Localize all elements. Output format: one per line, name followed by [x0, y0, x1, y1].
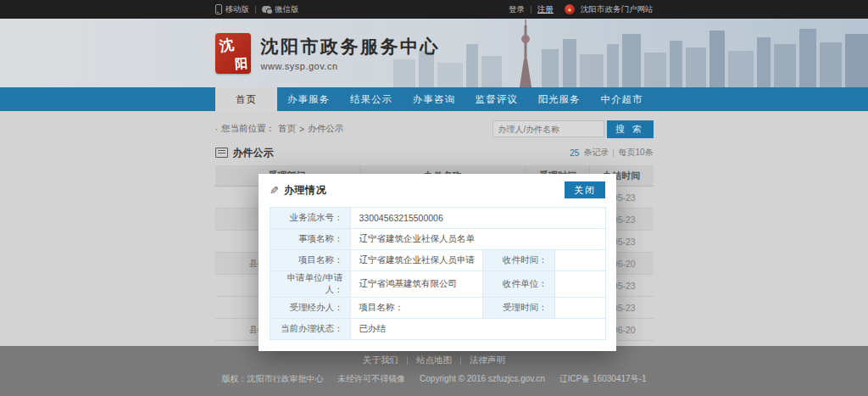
- detail-row-applicant: 申请单位/申请人： 辽宁省鸿基建筑有限公司 收件单位：: [270, 271, 605, 298]
- breadcrumb-bullet: ·: [215, 124, 219, 134]
- breadcrumb-home-link[interactable]: 首页: [278, 123, 296, 135]
- field-value-status: 已办结: [350, 319, 605, 340]
- field-value-project-name: 辽宁省建筑企业社保人员申请: [350, 250, 482, 271]
- detail-row-project-name: 项目名称： 辽宁省建筑企业社保人员申请 收件时间：: [270, 250, 605, 271]
- mirror-notice: 未经许可不得镜像: [337, 374, 405, 383]
- detail-row-status: 当前办理状态： 已办结: [270, 319, 605, 340]
- nav-item-home[interactable]: 首页: [215, 87, 278, 111]
- topbar-right: 登录 注册 ★ 沈阳市政务门户网站: [509, 4, 654, 15]
- search-input[interactable]: [492, 120, 604, 137]
- list-icon: [215, 148, 228, 158]
- register-link[interactable]: 注册: [537, 4, 554, 15]
- wechat-icon: [262, 6, 271, 13]
- site-logo-seal[interactable]: 沈 阳: [215, 33, 251, 74]
- site-header: 沈 阳 沈阳市政务服务中心 www.sysp.gov.cn: [0, 19, 868, 87]
- field-label: 收件单位：: [482, 271, 554, 298]
- phone-icon: [215, 4, 222, 14]
- divider: [613, 149, 614, 157]
- footer: 关于我们 站点地图 法律声明 版权：沈阳市行政审批中心 未经许可不得镜像 Cop…: [0, 346, 868, 396]
- wechat-version-link[interactable]: 微信版: [262, 4, 299, 15]
- seal-char: 沈: [218, 36, 235, 53]
- field-value-serial-number: 33004563215500006: [350, 208, 605, 229]
- record-info: 25 条记录 每页10条: [570, 147, 653, 159]
- nav-item-consultation[interactable]: 办事咨询: [403, 87, 465, 111]
- field-label: 业务流水号：: [270, 208, 350, 229]
- detail-row-item-name: 事项名称： 辽宁省建筑企业社保人员名单: [270, 229, 605, 250]
- breadcrumb-label: 您当前位置：: [221, 123, 275, 135]
- case-detail-modal: ✎ 办理情况 关闭 业务流水号： 33004563215500006 事项名称：…: [259, 174, 616, 351]
- close-button[interactable]: 关闭: [565, 181, 605, 198]
- footer-link-about[interactable]: 关于我们: [363, 354, 398, 366]
- breadcrumb-current: 办件公示: [308, 123, 343, 135]
- field-label: 项目名称：: [270, 250, 350, 271]
- field-value-receive-unit: [554, 271, 605, 298]
- field-value-applicant: 辽宁省鸿基建筑有限公司: [350, 271, 482, 298]
- main-nav: 首页 办事服务 结果公示 办事咨询 监督评议 阳光服务 中介超市: [0, 87, 868, 111]
- nav-item-results[interactable]: 结果公示: [340, 87, 403, 111]
- per-page-label: 每页10条: [618, 147, 653, 159]
- site-title: 沈阳市政务服务中心: [261, 35, 441, 59]
- modal-title: 办理情况: [284, 183, 326, 198]
- field-label: 事项名称：: [270, 229, 350, 250]
- nav-item-supervision[interactable]: 监督评议: [465, 87, 528, 111]
- field-value-accept-time: [554, 298, 605, 319]
- footer-link-legal[interactable]: 法律声明: [470, 354, 505, 366]
- site-url: www.sysp.gov.cn: [261, 61, 441, 71]
- section-title: 办件公示: [233, 146, 274, 160]
- breadcrumb: · 您当前位置： 首页 > 办件公示: [215, 123, 344, 135]
- footer-link-sitemap[interactable]: 站点地图: [416, 354, 452, 366]
- copyright-text: Copyright © 2016 szfuzjcs.gov.cn: [420, 374, 545, 383]
- nav-item-intermediary-market[interactable]: 中介超市: [591, 87, 654, 111]
- records-count: 25: [570, 148, 579, 158]
- mobile-version-link[interactable]: 移动版: [215, 4, 250, 15]
- field-value-receive-time: [554, 250, 605, 271]
- breadcrumb-separator: >: [299, 124, 304, 134]
- search-box: 搜 索: [492, 120, 654, 138]
- topbar-left: 移动版 微信版: [215, 4, 299, 15]
- field-value-item-name: 辽宁省建筑企业社保人员名单: [350, 229, 605, 250]
- copyright-owner: 版权：沈阳市行政审批中心: [222, 374, 324, 383]
- field-label: 受理经办人：: [270, 298, 350, 319]
- section-header: 办件公示 25 条记录 每页10条: [215, 144, 654, 161]
- copyright-line: 版权：沈阳市行政审批中心 未经许可不得镜像 Copyright © 2016 s…: [0, 373, 868, 385]
- case-detail-table: 业务流水号： 33004563215500006 事项名称： 辽宁省建筑企业社保…: [270, 207, 606, 340]
- nav-item-sunshine-service[interactable]: 阳光服务: [528, 87, 591, 111]
- divider: [407, 357, 408, 365]
- field-label: 受理时间：: [482, 298, 554, 319]
- search-button[interactable]: 搜 索: [607, 120, 654, 138]
- wechat-version-label: 微信版: [275, 4, 299, 15]
- divider: [460, 357, 461, 365]
- field-value-handler: 项目名称：: [350, 298, 482, 319]
- national-emblem-icon: ★: [565, 4, 575, 14]
- emblem-star: ★: [567, 7, 572, 13]
- portal-site-link[interactable]: 沈阳市政务门户网站: [581, 4, 654, 15]
- field-label: 收件时间：: [482, 250, 554, 271]
- detail-row-serial: 业务流水号： 33004563215500006: [270, 208, 605, 229]
- detail-row-handler: 受理经办人： 项目名称： 受理时间：: [270, 298, 605, 319]
- page: 移动版 微信版 登录 注册 ★ 沈阳市政务门户网站: [0, 0, 868, 396]
- divider: [531, 6, 531, 14]
- icp-number: 辽ICP备 16030417号-1: [559, 374, 647, 383]
- field-label: 当前办理状态：: [270, 319, 350, 340]
- topbar: 移动版 微信版 登录 注册 ★ 沈阳市政务门户网站: [0, 0, 868, 19]
- divider: [255, 6, 256, 14]
- seal-char: 阳: [234, 56, 248, 70]
- records-label: 条记录: [583, 147, 609, 159]
- pencil-icon: ✎: [270, 185, 279, 196]
- field-label: 申请单位/申请人：: [270, 271, 350, 298]
- login-link[interactable]: 登录: [509, 4, 525, 15]
- mobile-version-label: 移动版: [225, 4, 250, 15]
- nav-item-services[interactable]: 办事服务: [277, 87, 340, 111]
